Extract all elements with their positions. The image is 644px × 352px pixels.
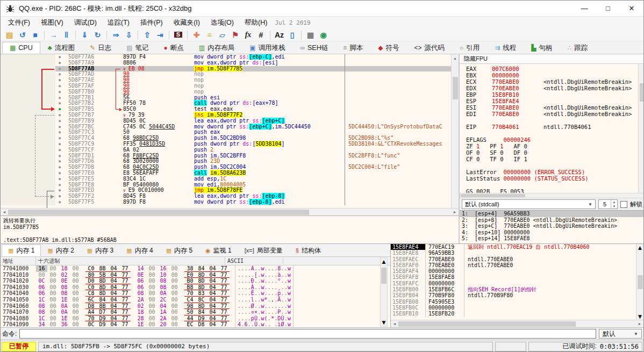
register-row[interactable]: [466, 182, 644, 188]
command-mode-select[interactable]: 默认 ▼: [599, 329, 642, 339]
argument-row[interactable]: 5: [esp+14] 15E8FAE8: [460, 235, 644, 242]
instruction-dot[interactable]: ●: [55, 199, 64, 205]
register-row[interactable]: ZF 1 PF 1 AF 0: [466, 143, 644, 149]
dump-row[interactable]: 770410801C001E0070D9047728002A0044D90477…: [1, 315, 390, 322]
instruction-dot[interactable]: ●: [55, 159, 64, 164]
instruction-dot[interactable]: ●: [55, 130, 64, 135]
stop-icon[interactable]: ■: [29, 29, 41, 40]
disassembly-hscrollbar[interactable]: ◄ ►: [1, 208, 459, 215]
tab-script[interactable]: ≡脚本: [335, 42, 370, 54]
instruction-dot[interactable]: ●: [55, 54, 64, 60]
dump-row[interactable]: 7704107008000A00A4D7047718001A0050840477…: [1, 309, 390, 315]
globe-icon[interactable]: ◉: [317, 29, 330, 40]
register-row[interactable]: [466, 162, 644, 169]
register-row[interactable]: ESI770EABE0<ntdll.DbgUiRemoteBreakin>: [466, 104, 644, 111]
attach-icon[interactable]: ⇥: [154, 29, 166, 40]
calculator-icon[interactable]: ▦: [304, 29, 317, 40]
scroll-left-icon[interactable]: ◄: [1, 209, 8, 216]
menu-item-4[interactable]: 追踪(T): [102, 17, 135, 28]
watch-tab-1[interactable]: ◉监视 1: [199, 245, 238, 256]
disassembly-vscrollbar[interactable]: ▲: [451, 54, 459, 208]
register-row[interactable]: [466, 117, 644, 124]
dump-row[interactable]: 7704106008000A00D88B047702000400988D0477…: [1, 303, 390, 310]
instruction-dot[interactable]: ●: [55, 135, 64, 141]
tab-memory-map[interactable]: ▥内存布局: [191, 42, 242, 54]
step-over-icon[interactable]: ↻: [91, 29, 104, 40]
run-icon[interactable]: →: [47, 29, 60, 40]
hash-icon[interactable]: #: [255, 29, 267, 40]
dump-row[interactable]: 770410501C001E006C8404772A002C00C48C0477…: [1, 297, 390, 303]
dump-row[interactable]: 7704104006000800C88D047708000A0070830477…: [1, 290, 390, 297]
scroll-thumb[interactable]: [461, 194, 525, 197]
mem-tab-2[interactable]: ▦内存 2: [41, 245, 80, 256]
tab-source[interactable]: <>源代码: [406, 42, 452, 54]
instruction-dot[interactable]: ●: [55, 193, 64, 199]
register-row[interactable]: LastError 00000000 (ERROR_SUCCESS): [466, 169, 644, 175]
stack-row[interactable]: 15E8FAF0770EABE0ntdll.770EABE0: [391, 262, 636, 268]
breakpoint-dot[interactable]: ●: [55, 106, 64, 112]
patch-icon[interactable]: ✚: [190, 29, 203, 40]
stack-hscrollbar[interactable]: ◄ ►: [391, 320, 643, 327]
instruction-dot[interactable]: ●: [55, 170, 64, 176]
register-row[interactable]: OF 0 SF 0 DF 0: [466, 149, 644, 156]
menu-item-2[interactable]: 视图(V): [35, 17, 69, 28]
tab-log[interactable]: ✎日志: [82, 42, 119, 54]
menu-item-7[interactable]: 选项(O): [205, 17, 239, 28]
disassembly-view[interactable]: ●5D8F77A6897D F4mov dword ptr ss:[ebp-C]…: [1, 54, 459, 208]
stack-row[interactable]: 15E8FAF815E8FAE8: [391, 274, 636, 280]
dump-vscrollbar[interactable]: ▲ ▼: [380, 257, 388, 327]
stack-row[interactable]: 15E8FB0C00000000: [391, 305, 636, 311]
tab-references[interactable]: ○引用: [452, 42, 487, 54]
menu-item-3[interactable]: 调试(D): [69, 17, 102, 28]
stepper-arrows[interactable]: ▲▼: [611, 200, 617, 209]
maximize-button[interactable]: □: [596, 1, 620, 17]
stack-row[interactable]: 15E8FAE4770EAC19返回到 ntdll.770EAC19 自 ntd…: [391, 244, 636, 250]
instruction-dot[interactable]: ●: [55, 89, 64, 95]
scroll-down-icon[interactable]: ▼: [637, 313, 643, 320]
bookmark-icon[interactable]: ⚑: [229, 29, 241, 40]
instruction-dot[interactable]: ●: [55, 95, 64, 101]
stack-row[interactable]: 15E8FAFC00000000: [391, 281, 636, 286]
step-until-return-icon[interactable]: ⇩: [123, 29, 135, 40]
instruction-dot[interactable]: ●: [55, 60, 64, 66]
instruction-dot[interactable]: ●: [55, 100, 64, 106]
registers-vscrollbar[interactable]: [638, 64, 644, 193]
instruction-dot[interactable]: ●: [55, 182, 64, 188]
stack-row[interactable]: 15E8FAF400000000: [391, 268, 636, 274]
stack-row[interactable]: 15E8FB1015E8FB20: [391, 311, 636, 317]
locals-tab[interactable]: [x=]局部变量: [238, 245, 289, 256]
instruction-dot[interactable]: ●: [55, 164, 64, 170]
stack-vscrollbar[interactable]: ▲ ▼: [636, 244, 643, 320]
register-row[interactable]: CF 0 TF 0 IF 1: [466, 156, 644, 162]
argument-row[interactable]: 2: [esp+8] 770EABE0 <ntdll.DbgUiRemoteBr…: [460, 217, 644, 224]
register-row[interactable]: EBP15E8FB10: [466, 91, 644, 98]
scroll-right-icon[interactable]: ►: [451, 209, 459, 216]
mem-tab-3[interactable]: ▦内存 3: [81, 245, 120, 256]
dump-row[interactable]: 7704103006000800C08D047706000800B88D0477…: [1, 284, 390, 291]
disasm-row[interactable]: ●5D8F77B090nop: [1, 89, 451, 95]
stack-rows[interactable]: 15E8FAE4770EAC19返回到 ntdll.770EAC19 自 ntd…: [391, 244, 643, 320]
close-button[interactable]: ✕: [620, 1, 643, 17]
disasm-row[interactable]: ●5D8F77F5897D F8mov dword ptr ss:[ebp-8]…: [1, 199, 451, 205]
instruction-dot[interactable]: ●: [55, 176, 64, 182]
register-row[interactable]: GS 002B FS 0053: [466, 188, 644, 193]
tab-breakpoints[interactable]: ●断点: [156, 42, 191, 54]
argument-row[interactable]: 4: [esp+10] 00000000: [460, 229, 644, 236]
dump-row[interactable]: 770410200C000E00D08D047706000800B08D0477…: [1, 278, 390, 284]
registers-view[interactable]: EAX007C6000EBX00000000ECX770EABE0<ntdll.…: [460, 64, 644, 193]
register-row[interactable]: EFLAGS 00000246: [466, 137, 644, 143]
tab-graph[interactable]: ♣流程图: [40, 42, 82, 54]
dump-row[interactable]: 7704101000000200805B04770E001000E08D0477…: [1, 272, 390, 278]
scroll-down-icon[interactable]: ▼: [381, 319, 387, 326]
scroll-up-icon[interactable]: ▲: [452, 54, 459, 62]
instruction-dot[interactable]: ●: [55, 188, 64, 193]
register-row[interactable]: EBX00000000: [466, 72, 644, 78]
instruction-dot[interactable]: ●: [55, 71, 64, 77]
instruction-dot[interactable]: ●: [55, 147, 64, 153]
argument-row[interactable]: 3: [esp+C] 770EABE0 <ntdll.DbgUiRemoteBr…: [460, 223, 644, 229]
stepper-down-icon[interactable]: ▼: [611, 204, 617, 209]
stack-row[interactable]: 15E8FAE896A59BB3: [391, 250, 636, 256]
tab-seh[interactable]: ∞SEH链: [292, 42, 335, 54]
scroll-thumb[interactable]: [381, 268, 387, 284]
register-row[interactable]: ECX770EABE0<ntdll.DbgUiRemoteBreakin>: [466, 78, 644, 85]
